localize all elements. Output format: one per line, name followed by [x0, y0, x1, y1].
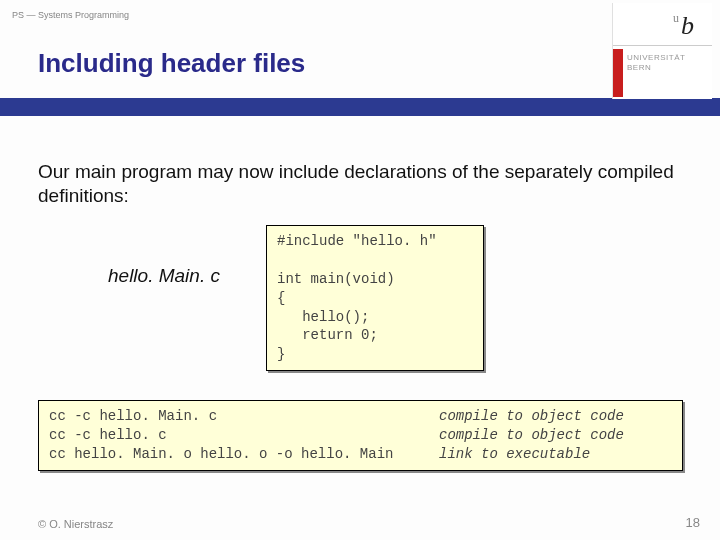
logo-text: UNIVERSITÄTBERN: [627, 53, 685, 74]
title-underline-bar: [0, 98, 720, 116]
command-desc: compile to object code: [439, 426, 624, 445]
code-block-commands: cc -c hello. Main. c compile to object c…: [38, 400, 683, 471]
command-text: cc -c hello. c: [49, 426, 439, 445]
page-number: 18: [686, 515, 700, 530]
command-desc: compile to object code: [439, 407, 624, 426]
command-row: cc hello. Main. o hello. o -o hello. Mai…: [49, 445, 672, 464]
body-paragraph: Our main program may now include declara…: [38, 160, 678, 208]
logo-divider: [613, 45, 712, 46]
command-text: cc -c hello. Main. c: [49, 407, 439, 426]
code-block-main: #include "hello. h" int main(void) { hel…: [266, 225, 484, 371]
file-name-label: hello. Main. c: [108, 265, 220, 287]
footer-copyright: © O. Nierstrasz: [38, 518, 113, 530]
course-label: PS — Systems Programming: [12, 10, 129, 20]
page-title: Including header files: [38, 48, 305, 79]
command-row: cc -c hello. c compile to object code: [49, 426, 672, 445]
logo-letter: ub: [673, 11, 694, 41]
logo-red-bar: [613, 49, 623, 97]
university-logo: ub UNIVERSITÄTBERN: [612, 3, 712, 99]
command-desc: link to executable: [439, 445, 590, 464]
command-text: cc hello. Main. o hello. o -o hello. Mai…: [49, 445, 439, 464]
logo-superscript: u: [673, 11, 679, 25]
command-row: cc -c hello. Main. c compile to object c…: [49, 407, 672, 426]
